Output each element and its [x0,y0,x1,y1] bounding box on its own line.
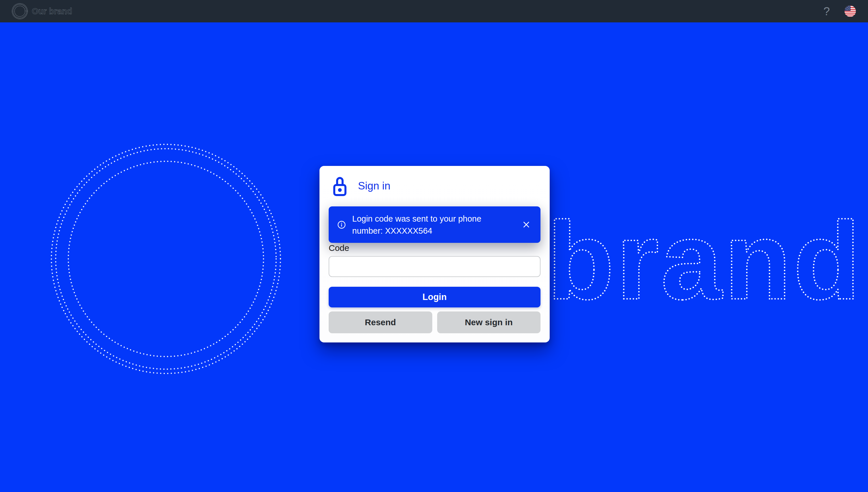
notification-message: Login code was sent to your phone number… [352,213,504,237]
lock-icon [333,176,346,196]
login-code-notification: Login code was sent to your phone number… [329,206,541,243]
brand-name: Our brand [31,4,77,18]
resend-button[interactable]: Resend [329,312,432,333]
new-sign-in-button[interactable]: New sign in [437,312,541,333]
brand-logo-icon [11,3,28,20]
us-flag-icon [844,5,856,17]
language-flag-button[interactable] [844,5,856,17]
sign-in-card: Sign in Login code was sent to your phon… [320,166,550,342]
watermark-circle-icon [51,144,280,373]
login-button[interactable]: Login [329,287,541,308]
brand-lockup: Our brand [11,3,77,20]
card-header: Sign in [329,176,541,196]
svg-text:Our brand: Our brand [32,7,72,16]
close-icon[interactable] [523,221,529,228]
page-title: Sign in [358,180,390,192]
code-input[interactable] [329,256,541,277]
top-bar: Our brand ? [0,0,868,22]
help-button[interactable]: ? [823,5,830,17]
watermark-brand-text: brand [547,199,862,322]
info-icon [338,221,346,229]
secondary-actions: Resend New sign in [329,312,541,333]
topbar-actions: ? [823,5,856,17]
code-label: Code [329,243,349,253]
